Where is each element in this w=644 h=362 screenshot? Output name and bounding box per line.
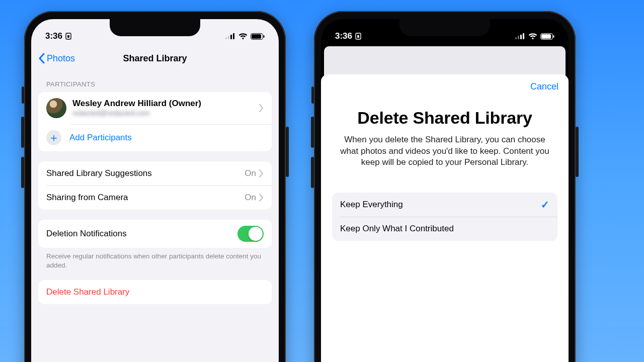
side-button [576,127,579,177]
keep-options: Keep Everything ✓ Keep Only What I Contr… [332,193,557,241]
participant-name: Wesley Andrew Hilliard (Owner) [72,99,201,109]
svg-rect-7 [252,34,261,39]
sharing-camera-row[interactable]: Sharing from Camera On [38,186,272,210]
nav-bar: Photos Shared Library [31,46,279,70]
battery-icon [251,33,265,40]
status-time: 3:36 [45,31,62,41]
volume-up-button [311,117,314,148]
svg-rect-8 [264,35,265,38]
screen-delete-sheet: 3:36 [321,19,569,362]
sheet-description: When you delete the Shared Library, you … [334,134,555,168]
chevron-right-icon [259,194,264,202]
volume-down-button [21,157,24,188]
svg-rect-3 [228,36,229,39]
svg-rect-1 [67,35,69,38]
deletion-notifications-toggle[interactable] [237,226,264,242]
check-icon: ✓ [541,199,549,211]
phone-right: 3:36 [314,11,576,362]
deletion-notifications-label: Deletion Notifications [46,229,127,239]
chevron-right-icon [259,104,264,112]
participant-owner-row[interactable]: Wesley Andrew Hilliard (Owner) redacted@… [38,92,272,124]
underlying-card [324,46,566,78]
delete-label: Delete Shared Library [46,287,129,297]
delete-shared-library-button[interactable]: Delete Shared Library [38,280,272,304]
notch [110,19,200,36]
volume-down-button [311,157,314,188]
back-button[interactable]: Photos [38,46,75,70]
plus-icon: ＋ [46,130,61,145]
cancel-button[interactable]: Cancel [530,81,558,92]
notifications-section: Deletion Notifications Receive regular n… [38,220,272,270]
suggestions-value: On [245,168,256,178]
deletion-notifications-row[interactable]: Deletion Notifications [38,220,272,248]
phone-left: 3:36 [24,11,286,362]
participant-email: redacted@redacted.com [72,109,201,118]
cellular-icon [225,33,235,39]
delete-sheet: Cancel Delete Shared Library When you de… [321,74,569,362]
volume-up-button [21,117,24,148]
add-participants-label: Add Participants [69,133,132,143]
page-title: Shared Library [123,53,187,64]
svg-rect-5 [233,33,234,39]
svg-rect-2 [225,37,227,39]
add-participants-row[interactable]: ＋ Add Participants [38,124,272,151]
notch [399,19,490,36]
sheet-title: Delete Shared Library [342,109,547,127]
mute-switch [311,86,314,104]
svg-rect-4 [230,35,232,39]
back-label: Photos [47,53,75,64]
sharing-camera-value: On [245,193,256,203]
chevron-left-icon [38,53,45,64]
sim-icon [65,33,71,40]
avatar [46,98,66,118]
delete-section: Delete Shared Library [38,280,272,304]
side-button [286,127,289,177]
participants-header: Participants [38,80,272,92]
keep-only-mine-label: Keep Only What I Contributed [340,224,454,234]
suggestions-label: Shared Library Suggestions [46,168,152,178]
mute-switch [22,86,24,104]
keep-everything-label: Keep Everything [340,200,403,210]
sheet-backdrop: Cancel Delete Shared Library When you de… [321,19,569,362]
deletion-notifications-footer: Receive regular notifications when other… [38,248,272,270]
keep-everything-option[interactable]: Keep Everything ✓ [332,193,557,217]
wifi-icon [238,33,248,40]
sharing-settings-section: Shared Library Suggestions On Sharing fr… [38,161,272,210]
screen-settings: 3:36 [31,19,279,362]
participants-section: Participants Wesley Andrew Hilliard (Own… [38,80,272,151]
suggestions-row[interactable]: Shared Library Suggestions On [38,161,272,186]
chevron-right-icon [259,169,264,177]
sharing-camera-label: Sharing from Camera [46,193,128,203]
keep-only-mine-option[interactable]: Keep Only What I Contributed [332,217,557,241]
